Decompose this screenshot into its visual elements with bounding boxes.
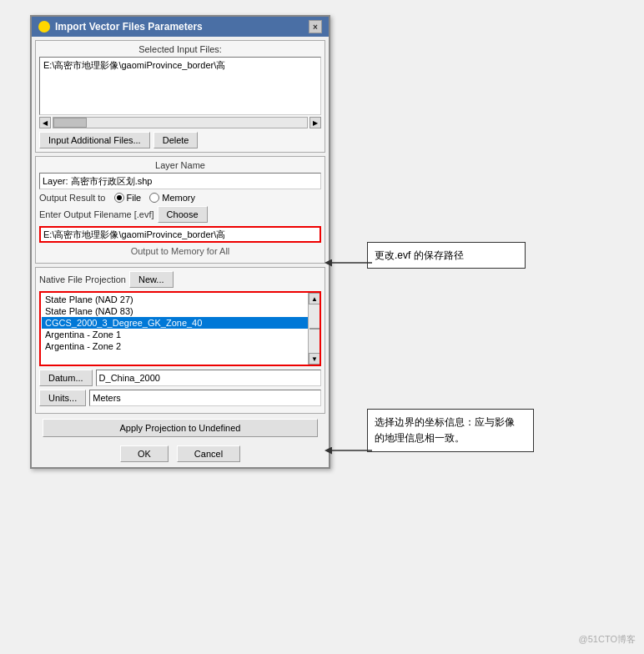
proj-scroll-thumb[interactable] — [309, 328, 319, 330]
file-buttons-row: Input Additional Files... Delete — [39, 132, 321, 148]
units-row: Units... — [39, 390, 321, 406]
units-input[interactable] — [89, 390, 321, 406]
annotation-projection-text: 选择边界的坐标信息：应与影像的地理信息相一致。 — [375, 416, 515, 444]
proj-scroll-down[interactable]: ▼ — [309, 353, 320, 365]
radio-memory[interactable] — [149, 193, 159, 203]
native-file-projection-label: Native File Projection — [39, 274, 126, 284]
radio-file[interactable] — [114, 193, 124, 203]
file-list-area: E:\高密市地理影像\gaomiProvince_border\高 — [39, 57, 321, 115]
apply-projection-button[interactable]: Apply Projection to Undefined — [43, 419, 319, 437]
radio-memory-label: Memory — [162, 193, 195, 203]
datum-button[interactable]: Datum... — [39, 370, 93, 386]
cancel-button[interactable]: Cancel — [177, 445, 240, 462]
annotation-evf-text: 更改.evf 的保存路径 — [375, 249, 464, 261]
dialog-icon — [38, 21, 50, 33]
projection-section: Native File Projection New... State Plan… — [35, 267, 325, 414]
proj-item-2[interactable]: CGCS_2000_3_Degree_GK_Zone_40 — [42, 317, 319, 329]
title-bar-left: Import Vector Files Parameters — [38, 21, 203, 33]
proj-item-4[interactable]: Argentina - Zone 2 — [42, 340, 319, 352]
projection-header: Native File Projection New... — [39, 271, 321, 288]
arrow1 — [332, 254, 374, 271]
output-filename-label: Enter Output Filename [.evf] — [39, 209, 154, 219]
scroll-thumb[interactable] — [53, 118, 87, 128]
proj-item-1[interactable]: State Plane (NAD 83) — [42, 305, 319, 317]
units-button[interactable]: Units... — [39, 390, 86, 406]
horizontal-scrollbar[interactable]: ◀ ▶ — [39, 117, 321, 128]
proj-scroll-up[interactable]: ▲ — [309, 293, 320, 304]
arrow2 — [332, 442, 374, 459]
output-filename-row: Enter Output Filename [.evf] Choose — [39, 206, 321, 223]
input-additional-files-button[interactable]: Input Additional Files... — [39, 132, 150, 148]
proj-item-0[interactable]: State Plane (NAD 27) — [42, 294, 319, 305]
projection-list-inner: State Plane (NAD 27) State Plane (NAD 83… — [41, 293, 319, 353]
new-projection-button[interactable]: New... — [129, 271, 174, 288]
watermark: @51CTO博客 — [579, 633, 636, 646]
close-button[interactable]: × — [309, 20, 322, 33]
ok-cancel-row: OK Cancel — [32, 440, 329, 467]
datum-row: Datum... — [39, 370, 321, 386]
title-bar: Import Vector Files Parameters × — [32, 17, 329, 37]
radio-memory-item[interactable]: Memory — [149, 193, 195, 203]
radio-file-item[interactable]: File — [114, 193, 142, 203]
layer-name-label: Layer Name — [39, 160, 321, 170]
selected-files-label: Selected Input Files: — [39, 44, 321, 54]
annotation-evf: 更改.evf 的保存路径 — [367, 242, 526, 269]
file-path: E:\高密市地理影像\gaomiProvince_border\高 — [43, 59, 317, 72]
projection-scrollbar[interactable]: ▲ ▼ — [308, 293, 319, 365]
projection-list[interactable]: State Plane (NAD 27) State Plane (NAD 83… — [39, 291, 321, 366]
delete-button[interactable]: Delete — [153, 132, 199, 148]
datum-input[interactable] — [96, 370, 321, 386]
annotation-projection: 选择边界的坐标信息：应与影像的地理信息相一致。 — [367, 409, 534, 452]
selected-files-section: Selected Input Files: E:\高密市地理影像\gaomiPr… — [35, 40, 325, 153]
output-result-label: Output Result to — [39, 193, 106, 203]
scroll-track[interactable] — [53, 117, 308, 128]
evf-path-input[interactable] — [39, 226, 321, 243]
scroll-left-arrow[interactable]: ◀ — [39, 117, 51, 128]
output-result-row: Output Result to File Memory — [39, 193, 321, 203]
ok-button[interactable]: OK — [120, 445, 169, 462]
dialog-title: Import Vector Files Parameters — [55, 21, 203, 33]
scroll-right-arrow[interactable]: ▶ — [309, 117, 321, 128]
dialog-window: Import Vector Files Parameters × Selecte… — [30, 15, 330, 469]
apply-section: Apply Projection to Undefined — [35, 419, 325, 437]
radio-file-label: File — [127, 193, 142, 203]
layer-section: Layer Name Output Result to File Memory … — [35, 156, 325, 264]
proj-item-3[interactable]: Argentina - Zone 1 — [42, 329, 319, 340]
choose-button[interactable]: Choose — [158, 206, 208, 223]
layer-name-input[interactable] — [39, 173, 321, 189]
output-to-memory-label: Output to Memory for All — [39, 246, 321, 256]
